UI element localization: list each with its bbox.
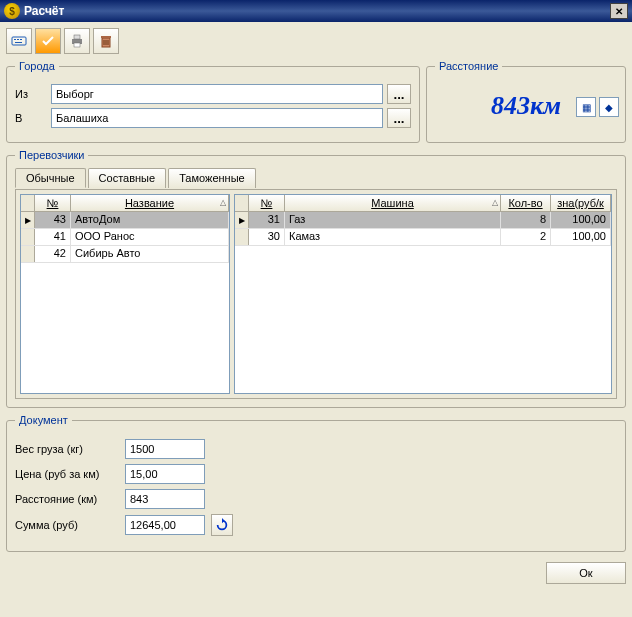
svg-rect-3 — [20, 39, 22, 40]
document-legend: Документ — [15, 414, 72, 426]
check-button[interactable] — [35, 28, 61, 54]
cities-group: Города Из ... В ... — [6, 60, 420, 143]
sum-label: Сумма (руб) — [15, 519, 125, 531]
svg-rect-0 — [12, 37, 26, 45]
svg-rect-6 — [74, 35, 80, 39]
from-city-browse-button[interactable]: ... — [387, 84, 411, 104]
col-name[interactable]: Название△ — [71, 195, 229, 211]
window-title: Расчёт — [24, 4, 64, 18]
tab-regular[interactable]: Обычные — [15, 168, 86, 188]
to-city-browse-button[interactable]: ... — [387, 108, 411, 128]
delete-button[interactable] — [93, 28, 119, 54]
tab-composite[interactable]: Составные — [88, 168, 167, 188]
distance-legend: Расстояние — [435, 60, 502, 72]
svg-rect-9 — [101, 36, 111, 38]
cities-legend: Города — [15, 60, 59, 72]
svg-rect-1 — [14, 39, 16, 40]
weight-input[interactable] — [125, 439, 205, 459]
to-label: В — [15, 112, 51, 124]
close-icon[interactable]: ✕ — [610, 3, 628, 19]
ok-button[interactable]: Ок — [546, 562, 626, 584]
carriers-grid[interactable]: № Название△ 43АвтоДом41ООО Ранос42Сибирь… — [20, 194, 230, 394]
to-city-input[interactable] — [51, 108, 383, 128]
col-qty[interactable]: Кол-во — [501, 195, 551, 211]
from-label: Из — [15, 88, 51, 100]
table-row[interactable]: 43АвтоДом — [21, 212, 229, 229]
col-vno[interactable]: № — [249, 195, 285, 211]
distance-input[interactable] — [125, 489, 205, 509]
from-city-input[interactable] — [51, 84, 383, 104]
app-icon: $ — [4, 3, 20, 19]
table-row[interactable]: 41ООО Ранос — [21, 229, 229, 246]
svg-rect-2 — [17, 39, 19, 40]
distance-group: Расстояние 843км ▦ ◆ — [426, 60, 626, 143]
distance-info-icon[interactable]: ◆ — [599, 97, 619, 117]
col-car[interactable]: Машина△ — [285, 195, 501, 211]
titlebar: $ Расчёт ✕ — [0, 0, 632, 22]
col-price[interactable]: зна(руб/к — [551, 195, 611, 211]
print-button[interactable] — [64, 28, 90, 54]
price-label: Цена (руб за км) — [15, 468, 125, 480]
toolbar — [6, 28, 626, 54]
distance-grid-icon[interactable]: ▦ — [576, 97, 596, 117]
carriers-group: Перевозчики Обычные Составные Таможенные… — [6, 149, 626, 408]
vehicles-grid[interactable]: № Машина△ Кол-во зна(руб/к 31Газ8100,003… — [234, 194, 612, 394]
carriers-legend: Перевозчики — [15, 149, 88, 161]
col-no[interactable]: № — [35, 195, 71, 211]
table-row[interactable]: 30Камаз2100,00 — [235, 229, 611, 246]
recalculate-button[interactable] — [211, 514, 233, 536]
tab-customs[interactable]: Таможенные — [168, 168, 256, 188]
sum-input[interactable] — [125, 515, 205, 535]
keyboard-button[interactable] — [6, 28, 32, 54]
svg-rect-4 — [15, 42, 22, 43]
distance-value: 843км — [491, 91, 561, 121]
dist-label: Расстояние (км) — [15, 493, 125, 505]
svg-rect-7 — [74, 43, 80, 47]
weight-label: Вес груза (кг) — [15, 443, 125, 455]
price-input[interactable] — [125, 464, 205, 484]
table-row[interactable]: 31Газ8100,00 — [235, 212, 611, 229]
table-row[interactable]: 42Сибирь Авто — [21, 246, 229, 263]
document-group: Документ Вес груза (кг) Цена (руб за км)… — [6, 414, 626, 552]
